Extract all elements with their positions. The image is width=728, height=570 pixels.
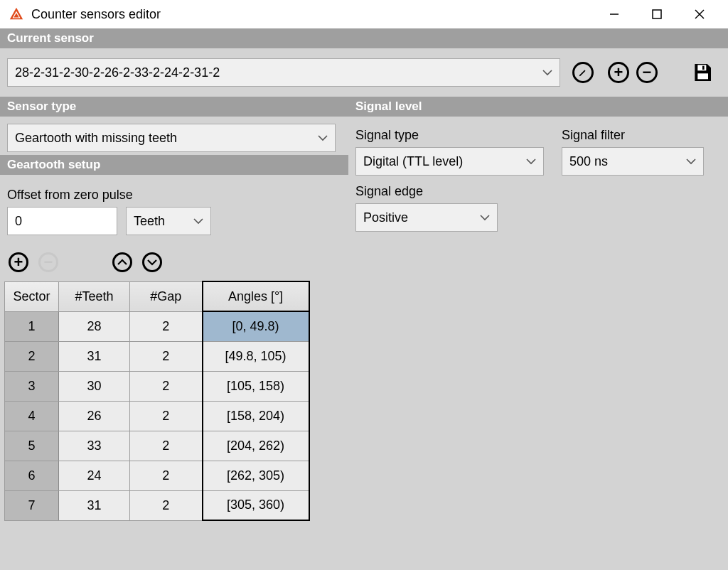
table-row[interactable]: 1282[0, 49.8) [5,311,309,341]
cell-gap[interactable]: 2 [130,401,203,431]
cell-gap[interactable]: 2 [130,490,203,520]
signal-edge-label: Signal edge [355,184,562,199]
cell-teeth[interactable]: 31 [59,490,130,520]
signal-edge-value: Positive [363,210,408,225]
signal-type-value: Digital (TTL level) [363,154,463,169]
cell-teeth[interactable]: 28 [59,311,130,341]
titlebar: Counter sensors editor [0,0,728,28]
edit-button[interactable] [570,60,596,85]
cell-gap[interactable]: 2 [130,431,203,461]
remove-row-button: − [36,249,61,275]
offset-units-value: Teeth [134,214,165,229]
col-teeth[interactable]: #Teeth [59,281,130,311]
cell-teeth[interactable]: 30 [59,371,130,401]
cell-angles: [305, 360) [203,490,309,520]
remove-sensor-button[interactable]: − [634,60,660,85]
minimize-button[interactable] [593,0,636,28]
cell-sector: 3 [5,371,59,401]
cell-teeth[interactable]: 31 [59,341,130,371]
cell-gap[interactable]: 2 [130,371,203,401]
signal-filter-select[interactable]: 500 ns [562,147,704,176]
cell-gap[interactable]: 2 [130,461,203,490]
cell-angles: [0, 49.8) [203,311,309,341]
section-sensor-type: Sensor type [0,97,348,117]
chevron-down-icon [193,217,203,225]
cell-angles: [204, 262) [203,431,309,461]
signal-filter-label: Signal filter [562,128,718,143]
add-row-button[interactable]: + [6,249,31,275]
cell-teeth[interactable]: 24 [59,461,130,490]
cell-teeth[interactable]: 26 [59,401,130,431]
move-up-button[interactable] [109,249,135,275]
cell-gap[interactable]: 2 [130,311,203,341]
chevron-down-icon [318,134,328,141]
geartooth-table: Sector #Teeth #Gap Angles [°] 1282[0, 49… [4,281,310,521]
cell-angles: [105, 158) [203,371,309,401]
app-logo-icon [9,6,24,22]
cell-teeth[interactable]: 33 [59,431,130,461]
save-button[interactable] [690,60,715,85]
offset-units-select[interactable]: Teeth [126,207,211,235]
cell-sector: 6 [5,461,59,490]
col-sector[interactable]: Sector [5,281,59,311]
signal-type-select[interactable]: Digital (TTL level) [355,147,544,176]
chevron-down-icon [480,214,490,221]
table-row[interactable]: 2312[49.8, 105) [5,341,309,371]
section-geartooth-setup: Geartooth setup [0,155,348,175]
signal-type-label: Signal type [355,128,562,143]
cell-angles: [158, 204) [203,401,309,431]
table-row[interactable]: 7312[305, 360) [5,490,309,520]
cell-angles: [49.8, 105) [203,341,309,371]
maximize-button[interactable] [636,0,678,28]
table-row[interactable]: 3302[105, 158) [5,371,309,401]
current-sensor-value: 28-2-31-2-30-2-26-2-33-2-24-2-31-2 [15,65,220,80]
offset-value: 0 [15,214,22,229]
chevron-down-icon [526,158,536,165]
cell-sector: 5 [5,431,59,461]
section-signal-level: Signal level [348,97,728,117]
svg-rect-4 [697,65,706,70]
cell-sector: 4 [5,401,59,431]
close-button[interactable] [678,0,721,28]
col-angles[interactable]: Angles [°] [203,281,309,311]
add-sensor-button[interactable]: + [606,60,631,85]
cell-sector: 2 [5,341,59,371]
sensor-type-value: Geartooth with missing teeth [15,131,177,146]
chevron-down-icon [686,158,696,165]
svg-rect-6 [697,73,708,79]
signal-edge-select[interactable]: Positive [355,203,498,232]
cell-sector: 1 [5,311,59,341]
move-down-button[interactable] [139,249,165,275]
cell-sector: 7 [5,490,59,520]
cell-gap[interactable]: 2 [130,341,203,371]
offset-input[interactable]: 0 [7,207,117,235]
window-title: Counter sensors editor [31,7,161,22]
table-row[interactable]: 6242[262, 305) [5,461,309,490]
cell-angles: [262, 305) [203,461,309,490]
svg-rect-5 [702,66,705,70]
svg-rect-1 [653,10,661,18]
offset-label: Offset from zero pulse [7,188,341,203]
chevron-down-icon [542,69,552,76]
sensor-type-select[interactable]: Geartooth with missing teeth [7,124,336,152]
current-sensor-select[interactable]: 28-2-31-2-30-2-26-2-33-2-24-2-31-2 [7,58,560,87]
col-gap[interactable]: #Gap [130,281,203,311]
section-current-sensor: Current sensor [0,28,728,48]
table-row[interactable]: 5332[204, 262) [5,431,309,461]
table-row[interactable]: 4262[158, 204) [5,401,309,431]
signal-filter-value: 500 ns [569,154,608,169]
